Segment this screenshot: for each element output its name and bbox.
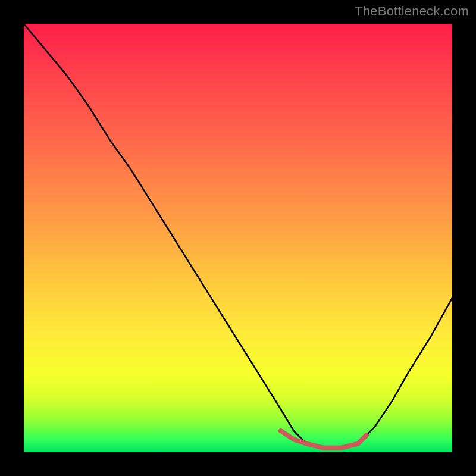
plot-area [24, 24, 452, 452]
chart-frame: TheBottleneck.com [0, 0, 476, 476]
optimal-range-highlight [281, 431, 367, 448]
watermark-text: TheBottleneck.com [355, 4, 469, 19]
bottleneck-curve-path [24, 24, 452, 448]
curve-layer [24, 24, 452, 452]
